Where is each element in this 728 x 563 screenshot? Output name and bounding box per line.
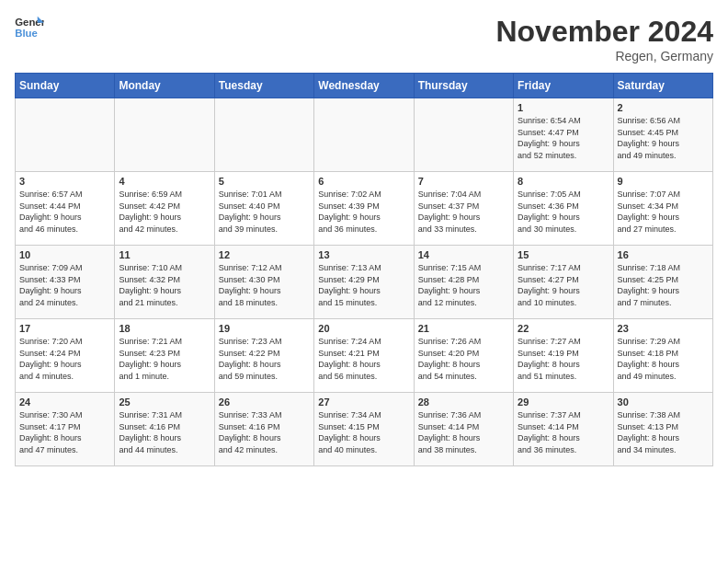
- day-info: Sunrise: 7:02 AM Sunset: 4:39 PM Dayligh…: [318, 189, 409, 235]
- day-number: 29: [518, 396, 609, 408]
- day-info: Sunrise: 7:18 AM Sunset: 4:25 PM Dayligh…: [618, 262, 709, 308]
- logo: General Blue: [15, 15, 44, 40]
- calendar-cell: [214, 98, 313, 172]
- day-info: Sunrise: 7:24 AM Sunset: 4:21 PM Dayligh…: [318, 336, 409, 382]
- day-info: Sunrise: 7:31 AM Sunset: 4:16 PM Dayligh…: [119, 409, 210, 455]
- month-title: November 2024: [495, 15, 713, 49]
- day-number: 6: [318, 176, 409, 187]
- calendar-cell: 4Sunrise: 6:59 AM Sunset: 4:42 PM Daylig…: [115, 172, 214, 246]
- calendar-cell: 27Sunrise: 7:34 AM Sunset: 4:15 PM Dayli…: [314, 393, 414, 466]
- page-header: General Blue November 2024 Regen, German…: [15, 15, 713, 63]
- day-info: Sunrise: 6:54 AM Sunset: 4:47 PM Dayligh…: [518, 115, 609, 161]
- calendar-cell: 11Sunrise: 7:10 AM Sunset: 4:32 PM Dayli…: [115, 246, 214, 319]
- calendar-table: Sunday Monday Tuesday Wednesday Thursday…: [15, 73, 713, 466]
- calendar-cell: 10Sunrise: 7:09 AM Sunset: 4:33 PM Dayli…: [16, 246, 115, 319]
- day-info: Sunrise: 7:29 AM Sunset: 4:18 PM Dayligh…: [618, 336, 709, 382]
- day-info: Sunrise: 7:38 AM Sunset: 4:13 PM Dayligh…: [618, 409, 709, 455]
- day-info: Sunrise: 7:30 AM Sunset: 4:17 PM Dayligh…: [19, 409, 110, 455]
- calendar-cell: 23Sunrise: 7:29 AM Sunset: 4:18 PM Dayli…: [613, 319, 712, 393]
- calendar-cell: 2Sunrise: 6:56 AM Sunset: 4:45 PM Daylig…: [613, 98, 712, 172]
- day-number: 16: [618, 249, 709, 260]
- day-number: 7: [418, 176, 509, 187]
- day-number: 24: [19, 396, 110, 408]
- calendar-cell: 20Sunrise: 7:24 AM Sunset: 4:21 PM Dayli…: [314, 319, 414, 393]
- calendar-cell: 15Sunrise: 7:17 AM Sunset: 4:27 PM Dayli…: [514, 246, 613, 319]
- calendar-week-1: 1Sunrise: 6:54 AM Sunset: 4:47 PM Daylig…: [16, 98, 713, 172]
- calendar-week-5: 24Sunrise: 7:30 AM Sunset: 4:17 PM Dayli…: [16, 393, 713, 466]
- day-info: Sunrise: 7:15 AM Sunset: 4:28 PM Dayligh…: [418, 262, 509, 308]
- header-friday: Friday: [514, 74, 613, 98]
- day-number: 9: [618, 176, 709, 187]
- calendar-cell: 17Sunrise: 7:20 AM Sunset: 4:24 PM Dayli…: [16, 319, 115, 393]
- calendar-cell: 19Sunrise: 7:23 AM Sunset: 4:22 PM Dayli…: [214, 319, 313, 393]
- day-number: 25: [119, 396, 210, 408]
- day-number: 1: [518, 102, 609, 113]
- calendar-cell: 6Sunrise: 7:02 AM Sunset: 4:39 PM Daylig…: [314, 172, 414, 246]
- day-number: 10: [19, 249, 110, 260]
- calendar-cell: 1Sunrise: 6:54 AM Sunset: 4:47 PM Daylig…: [514, 98, 613, 172]
- calendar-cell: [314, 98, 414, 172]
- day-number: 13: [318, 249, 409, 260]
- day-info: Sunrise: 7:36 AM Sunset: 4:14 PM Dayligh…: [418, 409, 509, 455]
- day-number: 4: [119, 176, 210, 187]
- day-number: 20: [318, 323, 409, 334]
- day-info: Sunrise: 7:33 AM Sunset: 4:16 PM Dayligh…: [219, 409, 310, 455]
- day-number: 23: [618, 323, 709, 334]
- calendar-cell: 22Sunrise: 7:27 AM Sunset: 4:19 PM Dayli…: [514, 319, 613, 393]
- day-info: Sunrise: 6:59 AM Sunset: 4:42 PM Dayligh…: [119, 189, 210, 235]
- calendar-cell: 30Sunrise: 7:38 AM Sunset: 4:13 PM Dayli…: [613, 393, 712, 466]
- calendar-cell: 26Sunrise: 7:33 AM Sunset: 4:16 PM Dayli…: [214, 393, 313, 466]
- day-info: Sunrise: 7:13 AM Sunset: 4:29 PM Dayligh…: [318, 262, 409, 308]
- calendar-cell: 28Sunrise: 7:36 AM Sunset: 4:14 PM Dayli…: [414, 393, 513, 466]
- calendar-cell: 24Sunrise: 7:30 AM Sunset: 4:17 PM Dayli…: [16, 393, 115, 466]
- day-info: Sunrise: 6:56 AM Sunset: 4:45 PM Dayligh…: [618, 115, 709, 161]
- day-info: Sunrise: 7:27 AM Sunset: 4:19 PM Dayligh…: [518, 336, 609, 382]
- day-number: 2: [618, 102, 709, 113]
- day-number: 11: [119, 249, 210, 260]
- day-info: Sunrise: 7:12 AM Sunset: 4:30 PM Dayligh…: [219, 262, 310, 308]
- day-info: Sunrise: 6:57 AM Sunset: 4:44 PM Dayligh…: [19, 189, 110, 235]
- header-thursday: Thursday: [414, 74, 513, 98]
- day-info: Sunrise: 7:26 AM Sunset: 4:20 PM Dayligh…: [418, 336, 509, 382]
- day-info: Sunrise: 7:34 AM Sunset: 4:15 PM Dayligh…: [318, 409, 409, 455]
- day-info: Sunrise: 7:09 AM Sunset: 4:33 PM Dayligh…: [19, 262, 110, 308]
- day-number: 5: [219, 176, 310, 187]
- day-info: Sunrise: 7:21 AM Sunset: 4:23 PM Dayligh…: [119, 336, 210, 382]
- day-number: 15: [518, 249, 609, 260]
- title-block: November 2024 Regen, Germany: [495, 15, 713, 63]
- day-number: 14: [418, 249, 509, 260]
- logo-icon: General Blue: [15, 15, 44, 40]
- calendar-cell: 29Sunrise: 7:37 AM Sunset: 4:14 PM Dayli…: [514, 393, 613, 466]
- day-number: 3: [19, 176, 110, 187]
- calendar-cell: 18Sunrise: 7:21 AM Sunset: 4:23 PM Dayli…: [115, 319, 214, 393]
- day-info: Sunrise: 7:01 AM Sunset: 4:40 PM Dayligh…: [219, 189, 310, 235]
- calendar-cell: 25Sunrise: 7:31 AM Sunset: 4:16 PM Dayli…: [115, 393, 214, 466]
- header-sunday: Sunday: [16, 74, 115, 98]
- day-number: 22: [518, 323, 609, 334]
- day-number: 26: [219, 396, 310, 408]
- svg-text:Blue: Blue: [15, 28, 38, 39]
- header-wednesday: Wednesday: [314, 74, 414, 98]
- day-info: Sunrise: 7:37 AM Sunset: 4:14 PM Dayligh…: [518, 409, 609, 455]
- day-info: Sunrise: 7:23 AM Sunset: 4:22 PM Dayligh…: [219, 336, 310, 382]
- day-number: 17: [19, 323, 110, 334]
- header-row: Sunday Monday Tuesday Wednesday Thursday…: [16, 74, 713, 98]
- day-number: 8: [518, 176, 609, 187]
- location: Regen, Germany: [495, 49, 713, 63]
- day-number: 18: [119, 323, 210, 334]
- calendar-header: Sunday Monday Tuesday Wednesday Thursday…: [16, 74, 713, 98]
- day-info: Sunrise: 7:04 AM Sunset: 4:37 PM Dayligh…: [418, 189, 509, 235]
- day-info: Sunrise: 7:10 AM Sunset: 4:32 PM Dayligh…: [119, 262, 210, 308]
- calendar-cell: 8Sunrise: 7:05 AM Sunset: 4:36 PM Daylig…: [514, 172, 613, 246]
- header-saturday: Saturday: [613, 74, 712, 98]
- day-info: Sunrise: 7:05 AM Sunset: 4:36 PM Dayligh…: [518, 189, 609, 235]
- day-info: Sunrise: 7:17 AM Sunset: 4:27 PM Dayligh…: [518, 262, 609, 308]
- day-number: 30: [618, 396, 709, 408]
- calendar-cell: 7Sunrise: 7:04 AM Sunset: 4:37 PM Daylig…: [414, 172, 513, 246]
- day-number: 27: [318, 396, 409, 408]
- calendar-body: 1Sunrise: 6:54 AM Sunset: 4:47 PM Daylig…: [16, 98, 713, 466]
- calendar-cell: 5Sunrise: 7:01 AM Sunset: 4:40 PM Daylig…: [214, 172, 313, 246]
- header-tuesday: Tuesday: [214, 74, 313, 98]
- day-number: 28: [418, 396, 509, 408]
- day-number: 12: [219, 249, 310, 260]
